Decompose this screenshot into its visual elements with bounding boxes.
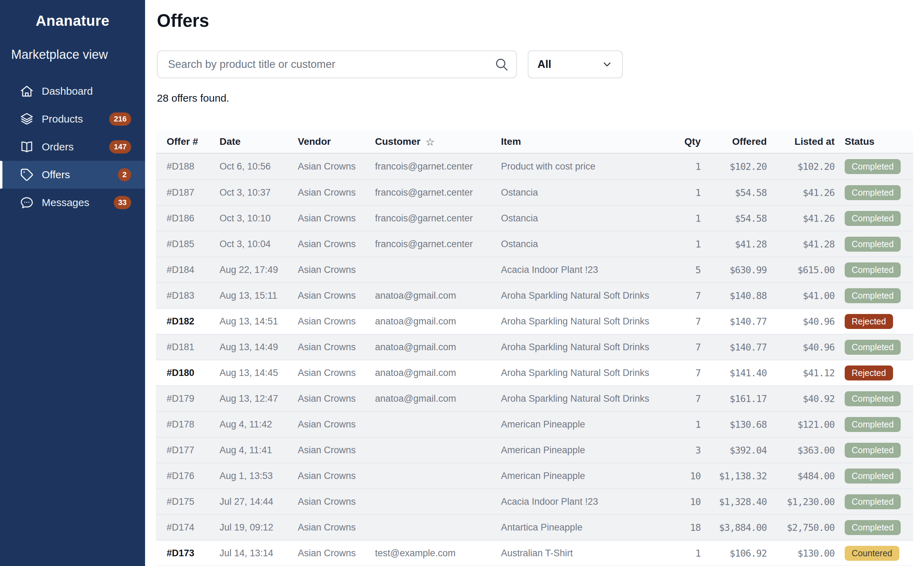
- offer-id: #D179: [166, 393, 219, 404]
- table-row[interactable]: #D183Aug 13, 15:11Asian Crownsanatoa@gma…: [156, 282, 913, 308]
- offers-table: Offer # Date Vendor Customer ☆ Item Qty …: [156, 131, 913, 566]
- sidebar-item-orders[interactable]: Orders147: [0, 133, 145, 161]
- offer-listed-price: $40.96: [767, 342, 835, 352]
- offer-listed-price: $41.26: [767, 187, 835, 198]
- offer-qty: 1: [681, 213, 700, 224]
- column-header-offer[interactable]: Offer #: [166, 136, 219, 147]
- chat-icon: [20, 195, 34, 210]
- sidebar-item-offers[interactable]: Offers2: [0, 161, 145, 189]
- column-header-qty[interactable]: Qty: [681, 136, 700, 147]
- table-row[interactable]: #D173Jul 14, 13:14Asian Crownstest@examp…: [156, 540, 913, 566]
- offer-customer: anatoa@gmail.com: [375, 342, 501, 352]
- column-header-offered[interactable]: Offered: [700, 136, 767, 147]
- offer-item: Aroha Sparkling Natural Soft Drinks: [501, 367, 681, 378]
- offer-qty: 3: [681, 445, 700, 456]
- search-box: [157, 50, 517, 78]
- table-row[interactable]: #D181Aug 13, 14:49Asian Crownsanatoa@gma…: [156, 334, 913, 360]
- offer-date: Aug 13, 14:49: [219, 342, 298, 352]
- sidebar-item-messages[interactable]: Messages33: [0, 189, 145, 217]
- offer-customer: anatoa@gmail.com: [375, 367, 501, 378]
- column-header-customer[interactable]: Customer ☆: [375, 136, 501, 148]
- offer-customer: francois@garnet.center: [375, 239, 501, 250]
- offer-qty: 7: [681, 393, 700, 404]
- offer-vendor: Asian Crowns: [298, 265, 375, 275]
- star-icon[interactable]: ☆: [426, 136, 435, 148]
- chevron-down-icon: [601, 59, 613, 70]
- offer-offered-price: $54.58: [700, 187, 767, 198]
- offer-qty: 1: [681, 187, 700, 198]
- tag-icon: [20, 167, 34, 182]
- column-header-listed[interactable]: Listed at: [767, 136, 835, 147]
- offer-id: #D183: [166, 290, 219, 301]
- offer-listed-price: $41.00: [767, 290, 835, 301]
- search-input[interactable]: [157, 50, 517, 78]
- offer-listed-price: $130.00: [767, 548, 835, 559]
- offer-date: Aug 22, 17:49: [219, 265, 298, 275]
- table-row[interactable]: #D184Aug 22, 17:49Asian CrownsAcacia Ind…: [156, 257, 913, 282]
- offer-offered-price: $140.77: [700, 316, 767, 327]
- status-filter-dropdown[interactable]: All: [528, 50, 623, 78]
- offer-offered-price: $3,884.00: [700, 522, 767, 533]
- table-row[interactable]: #D187Oct 3, 10:37Asian Crownsfrancois@ga…: [156, 179, 913, 205]
- table-row[interactable]: #D179Aug 13, 12:47Asian Crownsanatoa@gma…: [156, 385, 913, 411]
- offer-offered-price: $161.17: [700, 393, 767, 404]
- table-row[interactable]: #D178Aug 4, 11:42Asian CrownsAmerican Pi…: [156, 411, 913, 437]
- offer-customer: francois@garnet.center: [375, 213, 501, 224]
- offer-offered-price: $141.40: [700, 367, 767, 378]
- offer-customer: test@example.com: [375, 548, 501, 559]
- offer-date: Oct 6, 10:56: [219, 161, 298, 172]
- offer-item: Aroha Sparkling Natural Soft Drinks: [501, 393, 681, 404]
- table-row[interactable]: #D186Oct 3, 10:10Asian Crownsfrancois@ga…: [156, 205, 913, 231]
- status-badge: Completed: [844, 340, 901, 355]
- offer-offered-price: $102.20: [700, 161, 767, 172]
- offer-vendor: Asian Crowns: [298, 290, 375, 301]
- status-badge: Completed: [844, 417, 901, 432]
- offer-item: Australian T-Shirt: [501, 548, 681, 559]
- offer-customer: anatoa@gmail.com: [375, 290, 501, 301]
- column-header-item[interactable]: Item: [501, 136, 681, 147]
- offer-date: Aug 13, 14:51: [219, 316, 298, 327]
- sidebar-item-products[interactable]: Products216: [0, 105, 145, 133]
- offer-id: #D180: [166, 367, 219, 378]
- status-badge: Completed: [844, 211, 901, 226]
- table-row[interactable]: #D185Oct 3, 10:04Asian Crownsfrancois@ga…: [156, 231, 913, 257]
- layers-icon: [20, 112, 34, 126]
- brand-logo: Ananature: [0, 0, 145, 29]
- offer-date: Jul 14, 13:14: [219, 548, 298, 559]
- table-row[interactable]: #D175Jul 27, 14:44Asian CrownsAcacia Ind…: [156, 488, 913, 514]
- offer-item: Aroha Sparkling Natural Soft Drinks: [501, 290, 681, 301]
- offer-vendor: Asian Crowns: [298, 393, 375, 404]
- offer-id: #D184: [166, 265, 219, 275]
- column-header-vendor[interactable]: Vendor: [298, 136, 375, 147]
- offer-listed-price: $121.00: [767, 419, 835, 430]
- table-row[interactable]: #D180Aug 13, 14:45Asian Crownsanatoa@gma…: [156, 360, 913, 385]
- offer-offered-price: $392.04: [700, 445, 767, 456]
- offer-item: Aroha Sparkling Natural Soft Drinks: [501, 316, 681, 327]
- column-header-date[interactable]: Date: [219, 136, 298, 147]
- offer-listed-price: $363.00: [767, 445, 835, 456]
- filter-selected-value: All: [537, 58, 601, 71]
- offer-id: #D176: [166, 471, 219, 482]
- table-row[interactable]: #D177Aug 4, 11:41Asian CrownsAmerican Pi…: [156, 437, 913, 463]
- column-header-status[interactable]: Status: [835, 136, 913, 147]
- offer-date: Oct 3, 10:04: [219, 239, 298, 250]
- offer-id: #D177: [166, 445, 219, 456]
- notification-badge: 216: [109, 113, 131, 126]
- offer-item: American Pineapple: [501, 419, 681, 430]
- table-row[interactable]: #D176Aug 1, 13:53Asian CrownsAmerican Pi…: [156, 463, 913, 488]
- table-row[interactable]: #D174Jul 19, 09:12Asian CrownsAntartica …: [156, 514, 913, 540]
- status-badge: Completed: [844, 185, 901, 200]
- sidebar-nav: DashboardProducts216Orders147Offers2Mess…: [0, 77, 145, 217]
- offer-offered-price: $1,138.32: [700, 471, 767, 482]
- offer-offered-price: $1,328.40: [700, 497, 767, 507]
- status-badge: Completed: [844, 237, 901, 252]
- offer-listed-price: $41.28: [767, 239, 835, 250]
- offer-id: #D188: [166, 161, 219, 172]
- offer-vendor: Asian Crowns: [298, 187, 375, 198]
- sidebar-item-label: Products: [42, 113, 109, 125]
- table-row[interactable]: #D182Aug 13, 14:51Asian Crownsanatoa@gma…: [156, 308, 913, 334]
- table-row[interactable]: #D188Oct 6, 10:56Asian Crownsfrancois@ga…: [156, 154, 913, 179]
- offer-id: #D174: [166, 522, 219, 533]
- offer-vendor: Asian Crowns: [298, 445, 375, 456]
- sidebar-item-dashboard[interactable]: Dashboard: [0, 77, 145, 105]
